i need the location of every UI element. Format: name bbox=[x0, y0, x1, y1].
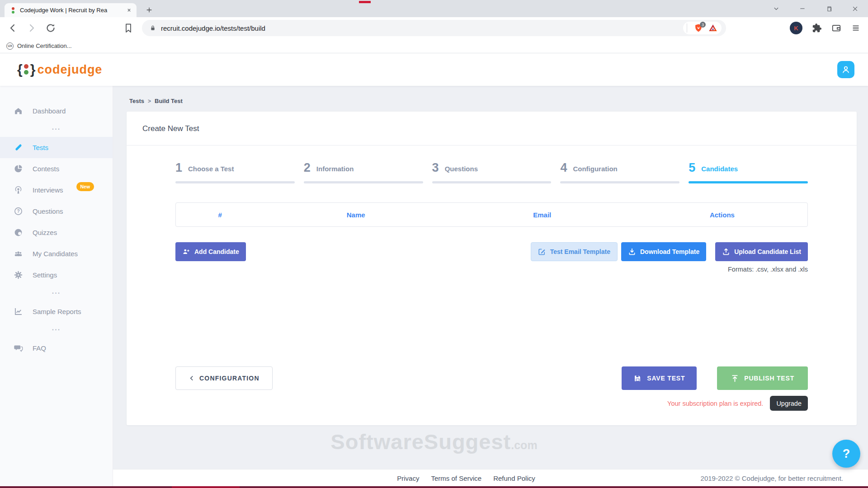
tab-close-icon[interactable] bbox=[125, 6, 133, 14]
footer: Privacy Terms of Service Refund Policy 2… bbox=[113, 469, 868, 486]
sidebar-item-faq[interactable]: FAQ bbox=[0, 338, 113, 359]
tab-search-icon[interactable] bbox=[763, 0, 789, 17]
sidebar-item-sample-reports[interactable]: Sample Reports bbox=[0, 301, 113, 322]
wizard-nav-row: CONFIGURATION SAVE TEST PUBLISH TEST bbox=[175, 366, 808, 390]
back-configuration-button[interactable]: CONFIGURATION bbox=[175, 366, 273, 390]
home-icon bbox=[14, 106, 23, 116]
toolbar-right: K bbox=[790, 22, 861, 34]
pie-chart-icon bbox=[14, 164, 23, 174]
app-header: { } codejudge bbox=[0, 53, 868, 86]
podcast-icon bbox=[14, 185, 23, 195]
footer-copyright: 2019-2022 © Codejudge, for better recrui… bbox=[701, 469, 843, 487]
download-icon bbox=[628, 248, 636, 256]
forward-icon[interactable] bbox=[26, 23, 37, 33]
column-header-actions: Actions bbox=[637, 211, 807, 219]
step-configuration[interactable]: 4Configuration bbox=[560, 162, 679, 183]
shield-badge: 3 bbox=[700, 22, 706, 28]
reload-icon[interactable] bbox=[45, 23, 56, 33]
breadcrumb: Tests > Build Test bbox=[113, 86, 868, 104]
column-header-number: # bbox=[176, 211, 264, 219]
url-text[interactable]: recruit.codejudge.io/tests/test/build bbox=[161, 24, 265, 32]
upload-icon bbox=[722, 248, 730, 256]
sidebar-ellipsis: ... bbox=[0, 286, 113, 301]
subscription-warning: Your subscription plan is expired. bbox=[667, 400, 763, 407]
bat-icon[interactable] bbox=[708, 23, 718, 33]
download-template-button[interactable]: Download Template bbox=[621, 242, 706, 261]
new-tab-icon[interactable] bbox=[144, 5, 155, 15]
bookmark-favicon: UX bbox=[6, 42, 14, 50]
upgrade-button[interactable]: Upgrade bbox=[770, 396, 808, 411]
step-candidates[interactable]: 5Candidates bbox=[689, 162, 808, 183]
footer-link-refund[interactable]: Refund Policy bbox=[493, 474, 535, 482]
sidebar-item-dashboard[interactable]: Dashboard bbox=[0, 100, 113, 122]
step-questions[interactable]: 3Questions bbox=[432, 162, 552, 183]
sidebar-item-quizzes[interactable]: Quizzes bbox=[0, 222, 113, 243]
bookmark-icon[interactable] bbox=[123, 23, 134, 33]
new-badge: New bbox=[76, 182, 94, 191]
wizard-steps: 1Choose a Test 2Information 3Questions bbox=[175, 162, 808, 183]
sidebar-item-interviews[interactable]: Interviews New bbox=[0, 179, 113, 201]
sidebar-item-my-candidates[interactable]: My Candidates bbox=[0, 243, 113, 264]
codejudge-logo[interactable]: { } codejudge bbox=[17, 63, 102, 77]
screen-edge-bar bbox=[0, 486, 868, 488]
browser-profile-avatar[interactable]: K bbox=[790, 22, 802, 34]
publish-test-button[interactable]: PUBLISH TEST bbox=[717, 366, 808, 390]
browser-toolbar: recruit.codejudge.io/tests/test/build 3 … bbox=[0, 17, 868, 39]
sidebar-item-tests[interactable]: Tests bbox=[0, 137, 113, 158]
publish-icon bbox=[731, 374, 739, 383]
sidebar-item-questions[interactable]: ? Questions bbox=[0, 201, 113, 222]
test-tube-icon bbox=[14, 143, 23, 152]
sidebar-ellipsis: ... bbox=[0, 122, 113, 137]
footer-links: Privacy Terms of Service Refund Policy bbox=[397, 469, 535, 487]
recording-indicator bbox=[359, 1, 371, 3]
window-controls bbox=[763, 0, 868, 17]
footer-link-privacy[interactable]: Privacy bbox=[397, 474, 419, 482]
candidates-table-header: # Name Email Actions bbox=[175, 202, 808, 227]
add-candidate-button[interactable]: Add Candidate bbox=[175, 242, 246, 261]
people-icon bbox=[14, 249, 23, 258]
browser-tab[interactable]: Codejudge Work | Recruit by Rea bbox=[5, 3, 137, 17]
gear-icon bbox=[14, 270, 23, 280]
help-button[interactable]: ? bbox=[832, 440, 860, 468]
softwaresuggest-watermark: SoftwareSuggest.com bbox=[330, 429, 537, 454]
tab-title: Codejudge Work | Recruit by Rea bbox=[20, 7, 125, 14]
footer-link-terms[interactable]: Terms of Service bbox=[431, 474, 481, 482]
candidate-actions-row: Add Candidate Test Email Template Downlo… bbox=[175, 242, 808, 261]
browser-titlebar: Codejudge Work | Recruit by Rea bbox=[0, 0, 868, 17]
minimize-icon[interactable] bbox=[789, 0, 816, 17]
codejudge-favicon bbox=[10, 7, 16, 14]
back-icon[interactable] bbox=[7, 23, 18, 33]
upload-candidate-list-button[interactable]: Upload Candidate List bbox=[715, 242, 808, 261]
maximize-icon[interactable] bbox=[816, 0, 842, 17]
sidebar-ellipsis: ... bbox=[0, 322, 113, 338]
url-bar[interactable]: recruit.codejudge.io/tests/test/build 3 bbox=[142, 20, 726, 36]
menu-icon[interactable] bbox=[851, 23, 861, 33]
close-window-icon[interactable] bbox=[842, 0, 868, 17]
svg-text:?: ? bbox=[17, 209, 19, 214]
bookmark-label: Online Certification... bbox=[17, 42, 72, 49]
sidebar-item-settings[interactable]: Settings bbox=[0, 264, 113, 286]
column-header-name: Name bbox=[264, 211, 448, 219]
column-header-email: Email bbox=[448, 211, 637, 219]
sidebar: Dashboard ... Tests Contests Interviews … bbox=[0, 86, 113, 488]
extensions-puzzle-icon[interactable] bbox=[812, 23, 822, 33]
save-test-button[interactable]: SAVE TEST bbox=[622, 366, 697, 390]
breadcrumb-tests[interactable]: Tests bbox=[129, 98, 144, 104]
browser-window: Codejudge Work | Recruit by Rea recruit.… bbox=[0, 0, 868, 53]
wallet-icon[interactable] bbox=[831, 23, 841, 33]
test-email-template-button[interactable]: Test Email Template bbox=[531, 242, 618, 261]
lock-icon bbox=[149, 24, 156, 32]
chevron-left-icon bbox=[189, 375, 195, 381]
person-icon bbox=[841, 65, 851, 75]
step-choose-a-test[interactable]: 1Choose a Test bbox=[175, 162, 295, 183]
step-information[interactable]: 2Information bbox=[304, 162, 423, 183]
edit-icon bbox=[538, 248, 546, 256]
bookmark-item[interactable]: UX Online Certification... bbox=[6, 42, 72, 50]
save-icon bbox=[633, 374, 642, 383]
subscription-warning-row: Your subscription plan is expired. Upgra… bbox=[667, 396, 808, 411]
main-content: Tests > Build Test Create New Test 1Choo… bbox=[113, 86, 868, 488]
profile-button[interactable] bbox=[837, 61, 854, 78]
app-body: Dashboard ... Tests Contests Interviews … bbox=[0, 86, 868, 488]
sidebar-item-contests[interactable]: Contests bbox=[0, 158, 113, 179]
brave-shield-icon[interactable]: 3 bbox=[693, 23, 703, 33]
